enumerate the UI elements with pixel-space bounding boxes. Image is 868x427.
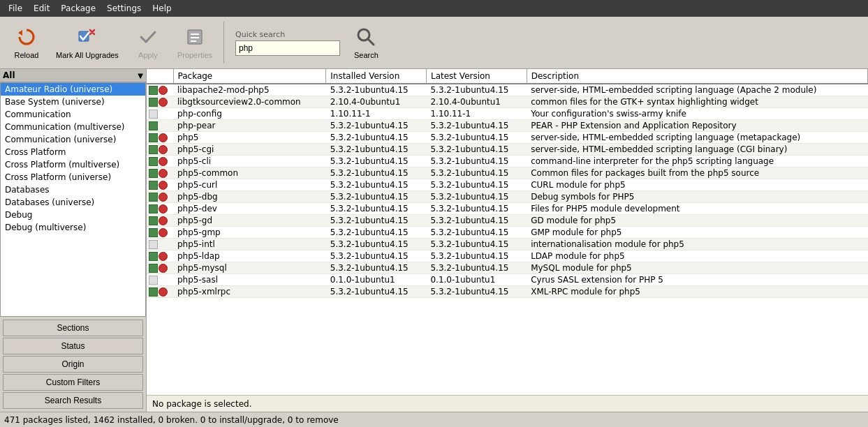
package-name-cell: php5-curl xyxy=(173,179,326,191)
left-panel-button[interactable]: Search Results xyxy=(3,392,143,409)
table-row[interactable]: php5-common5.3.2-1ubuntu4.155.3.2-1ubunt… xyxy=(147,167,868,179)
green-status-icon xyxy=(149,193,158,202)
empty-status-icon xyxy=(149,240,158,249)
installed-version-cell: 5.3.2-1ubuntu4.15 xyxy=(326,203,427,215)
latest-version-cell: 5.3.2-1ubuntu4.15 xyxy=(426,203,527,215)
category-header: All ▼ xyxy=(0,69,146,82)
green-status-icon xyxy=(149,145,158,154)
red-status-icon xyxy=(159,216,168,225)
category-item[interactable]: Databases (universe) xyxy=(1,196,145,209)
table-row[interactable]: php5-curl5.3.2-1ubuntu4.155.3.2-1ubuntu4… xyxy=(147,179,868,191)
green-status-icon xyxy=(149,252,158,261)
table-row[interactable]: php-config1.10.11-11.10.11-1Your configu… xyxy=(147,108,868,120)
table-row[interactable]: php5-ldap5.3.2-1ubuntu4.155.3.2-1ubuntu4… xyxy=(147,250,868,262)
left-panel-button[interactable]: Custom Filters xyxy=(3,374,143,391)
red-status-icon xyxy=(159,252,168,261)
category-item[interactable]: Cross Platform (universe) xyxy=(1,171,145,183)
table-row[interactable]: php5-intl5.3.2-1ubuntu4.155.3.2-1ubuntu4… xyxy=(147,239,868,250)
package-name-cell: php5-dev xyxy=(173,203,326,215)
table-row[interactable]: php5-gd5.3.2-1ubuntu4.155.3.2-1ubuntu4.1… xyxy=(147,215,868,227)
description-cell: server-side, HTML-embedded scripting lan… xyxy=(527,84,867,96)
category-item[interactable]: Databases xyxy=(1,183,145,196)
status-bar: 471 packages listed, 1462 installed, 0 b… xyxy=(0,412,868,427)
table-row[interactable]: php5-dbg5.3.2-1ubuntu4.155.3.2-1ubuntu4.… xyxy=(147,191,868,203)
status-icons-cell xyxy=(147,179,173,191)
installed-version-cell: 5.3.2-1ubuntu4.15 xyxy=(326,84,427,96)
red-status-icon xyxy=(159,228,168,237)
menu-file[interactable]: File xyxy=(3,2,28,15)
installed-version-cell: 5.3.2-1ubuntu4.15 xyxy=(326,144,427,156)
col-package[interactable]: Package xyxy=(173,69,326,84)
status-icons-cell xyxy=(147,239,173,250)
table-row[interactable]: php5-cli5.3.2-1ubuntu4.155.3.2-1ubuntu4.… xyxy=(147,156,868,167)
green-status-icon xyxy=(149,204,158,214)
category-item[interactable]: Cross Platform (multiverse) xyxy=(1,158,145,171)
latest-version-cell: 5.3.2-1ubuntu4.15 xyxy=(426,262,527,274)
green-status-icon xyxy=(149,181,158,190)
package-table-container[interactable]: Package Installed Version Latest Version… xyxy=(147,69,868,395)
col-description[interactable]: Description xyxy=(527,69,867,84)
table-row[interactable]: php-pear5.3.2-1ubuntu4.155.3.2-1ubuntu4.… xyxy=(147,120,868,132)
search-label: Search xyxy=(354,51,378,59)
empty-status-icon xyxy=(149,110,158,119)
search-button[interactable]: Search xyxy=(348,23,384,62)
red-status-icon xyxy=(159,193,168,202)
green-status-icon xyxy=(149,133,158,142)
package-name-cell: php5-sasl xyxy=(173,274,326,286)
table-row[interactable]: php5-sasl0.1.0-1ubuntu10.1.0-1ubuntu1Cyr… xyxy=(147,274,868,286)
table-row[interactable]: libgtksourceview2.0-common2.10.4-0ubuntu… xyxy=(147,96,868,108)
latest-version-cell: 5.3.2-1ubuntu4.15 xyxy=(426,84,527,96)
reload-button[interactable]: Reload xyxy=(6,23,47,62)
col-latest[interactable]: Latest Version xyxy=(426,69,527,84)
left-panel-button[interactable]: Status xyxy=(3,338,143,354)
svg-marker-0 xyxy=(18,30,22,36)
menu-settings[interactable]: Settings xyxy=(101,2,147,15)
table-row[interactable]: php5-mysql5.3.2-1ubuntu4.155.3.2-1ubuntu… xyxy=(147,262,868,274)
green-status-icon xyxy=(149,157,158,166)
package-name-cell: libapache2-mod-php5 xyxy=(173,84,326,96)
description-cell: GD module for php5 xyxy=(527,215,867,227)
status-icons-cell xyxy=(147,286,173,298)
package-info-bar: No package is selected. xyxy=(147,395,868,412)
col-status[interactable] xyxy=(147,69,173,84)
table-row[interactable]: php5-dev5.3.2-1ubuntu4.155.3.2-1ubuntu4.… xyxy=(147,203,868,215)
apply-button[interactable]: Apply xyxy=(127,23,169,62)
mark-all-button[interactable]: Mark All Upgrades xyxy=(50,23,124,62)
table-row[interactable]: php5-xmlrpc5.3.2-1ubuntu4.155.3.2-1ubunt… xyxy=(147,286,868,298)
package-name-cell: php5-cgi xyxy=(173,144,326,156)
description-cell: LDAP module for php5 xyxy=(527,250,867,262)
red-status-icon xyxy=(159,98,168,107)
category-item[interactable]: Communication xyxy=(1,108,145,121)
menubar: File Edit Package Settings Help xyxy=(0,0,868,17)
category-item[interactable]: Cross Platform xyxy=(1,146,145,158)
menu-edit[interactable]: Edit xyxy=(28,2,55,15)
description-cell: command-line interpreter for the php5 sc… xyxy=(527,156,867,167)
menu-package[interactable]: Package xyxy=(55,2,101,15)
package-name-cell: php-config xyxy=(173,108,326,120)
properties-button[interactable]: Properties xyxy=(172,23,218,62)
category-item[interactable]: Amateur Radio (universe) xyxy=(1,83,145,96)
installed-version-cell: 5.3.2-1ubuntu4.15 xyxy=(326,120,427,132)
description-cell: Your configuration's swiss-army knife xyxy=(527,108,867,120)
category-item[interactable]: Debug (multiverse) xyxy=(1,221,145,234)
left-panel-button[interactable]: Sections xyxy=(3,320,143,336)
col-installed[interactable]: Installed Version xyxy=(326,69,427,84)
description-cell: server-side, HTML-embedded scripting lan… xyxy=(527,132,867,144)
search-input[interactable] xyxy=(235,40,340,56)
table-row[interactable]: php5-gmp5.3.2-1ubuntu4.155.3.2-1ubuntu4.… xyxy=(147,227,868,239)
search-icon xyxy=(355,26,377,48)
left-panel-button[interactable]: Origin xyxy=(3,356,143,373)
latest-version-cell: 1.10.11-1 xyxy=(426,108,527,120)
package-table: Package Installed Version Latest Version… xyxy=(147,69,868,298)
category-item[interactable]: Communication (multiverse) xyxy=(1,121,145,133)
category-item[interactable]: Debug xyxy=(1,209,145,221)
table-row[interactable]: php5-cgi5.3.2-1ubuntu4.155.3.2-1ubuntu4.… xyxy=(147,144,868,156)
latest-version-cell: 5.3.2-1ubuntu4.15 xyxy=(426,286,527,298)
status-text: 471 packages listed, 1462 installed, 0 b… xyxy=(4,415,339,425)
category-list[interactable]: Amateur Radio (universe)Base System (uni… xyxy=(0,82,146,317)
table-row[interactable]: libapache2-mod-php55.3.2-1ubuntu4.155.3.… xyxy=(147,84,868,96)
category-item[interactable]: Base System (universe) xyxy=(1,96,145,108)
table-row[interactable]: php55.3.2-1ubuntu4.155.3.2-1ubuntu4.15se… xyxy=(147,132,868,144)
menu-help[interactable]: Help xyxy=(147,2,177,15)
category-item[interactable]: Communication (universe) xyxy=(1,133,145,146)
